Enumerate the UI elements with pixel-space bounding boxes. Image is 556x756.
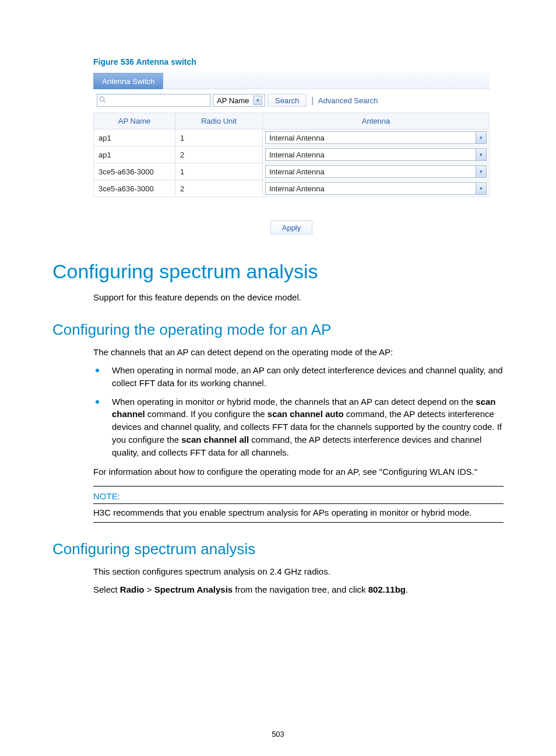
text: . [406, 584, 408, 594]
text: Select [93, 584, 120, 594]
search-button[interactable]: Search [268, 94, 307, 107]
advanced-search-link[interactable]: Advanced Search [318, 96, 378, 105]
antenna-select[interactable]: Internal Antenna ▾ [265, 182, 487, 195]
table-row: ap1 2 Internal Antenna ▾ [94, 146, 490, 163]
search-field-value: AP Name [217, 96, 249, 105]
antenna-select[interactable]: Internal Antenna ▾ [265, 131, 487, 144]
search-bar: AP Name ▾ Search | Advanced Search [93, 89, 490, 113]
h2-operating-mode: Configuring the operating mode for an AP [52, 321, 504, 339]
bold: Radio [120, 584, 145, 594]
h1-configuring-spectrum: Configuring spectrum analysis [52, 260, 504, 283]
table-row: 3ce5-a636-3000 1 Internal Antenna ▾ [94, 163, 490, 180]
page-number: 503 [0, 730, 556, 738]
text: > [145, 584, 154, 594]
chevron-down-icon: ▾ [476, 149, 486, 160]
search-input[interactable] [97, 94, 210, 107]
chevron-down-icon: ▾ [253, 96, 262, 105]
antenna-table: AP Name Radio Unit Antenna ap1 1 Interna… [93, 113, 490, 197]
table-row: 3ce5-a636-3000 2 Internal Antenna ▾ [94, 180, 490, 197]
bold: scan channel auto [268, 409, 344, 419]
chevron-down-icon: ▾ [476, 183, 486, 194]
search-icon [98, 96, 107, 104]
cell-ap: ap1 [94, 130, 175, 146]
channels-intro: The channels that an AP can detect depen… [93, 346, 504, 358]
chevron-down-icon: ▾ [476, 166, 486, 177]
cell-radio: 1 [175, 130, 263, 146]
figure-caption: Figure 536 Antenna switch [93, 57, 504, 66]
cell-ap: ap1 [94, 146, 175, 163]
table-row: ap1 1 Internal Antenna ▾ [94, 130, 490, 146]
antenna-value: Internal Antenna [266, 149, 476, 160]
th-ap-name: AP Name [94, 113, 175, 130]
text: command. If you configure the [145, 409, 268, 419]
antenna-select[interactable]: Internal Antenna ▾ [265, 165, 487, 178]
text: When operating in monitor or hybrid mode… [112, 397, 476, 407]
h2-configuring-spectrum-sub: Configuring spectrum analysis [52, 540, 504, 558]
cell-ap: 3ce5-a636-3000 [94, 180, 175, 197]
text: from the navigation tree, and click [233, 584, 368, 594]
support-paragraph: Support for this feature depends on the … [93, 291, 504, 303]
list-item: When operating in normal mode, an AP can… [93, 364, 504, 390]
bold: scan channel all [181, 435, 249, 444]
cell-radio: 2 [175, 146, 263, 163]
section-intro: This section configures spectrum analysi… [93, 565, 504, 578]
note-divider [93, 503, 504, 504]
bold: 802.11bg [368, 584, 406, 594]
svg-line-1 [104, 101, 106, 103]
separator: | [309, 96, 316, 105]
antenna-switch-panel: Antenna Switch AP Name ▾ Search | Advanc… [93, 72, 490, 235]
tab-antenna-switch[interactable]: Antenna Switch [93, 73, 163, 89]
antenna-value: Internal Antenna [266, 166, 476, 177]
th-antenna: Antenna [263, 113, 490, 130]
list-item: When operating in monitor or hybrid mode… [93, 396, 504, 459]
note-body: H3C recommends that you enable spectrum … [93, 508, 504, 517]
antenna-select[interactable]: Internal Antenna ▾ [265, 148, 487, 161]
mode-list: When operating in normal mode, an AP can… [93, 364, 504, 459]
cell-radio: 2 [175, 180, 263, 197]
note-title: NOTE: [93, 491, 504, 501]
antenna-value: Internal Antenna [266, 132, 476, 144]
svg-point-0 [100, 97, 104, 102]
note-box: NOTE: H3C recommends that you enable spe… [93, 486, 504, 523]
nav-instruction: Select Radio > Spectrum Analysis from th… [93, 583, 504, 596]
chevron-down-icon: ▾ [476, 132, 486, 144]
cell-ap: 3ce5-a636-3000 [94, 163, 175, 180]
bold: Spectrum Analysis [154, 584, 233, 594]
antenna-value: Internal Antenna [266, 183, 476, 194]
apply-button[interactable]: Apply [270, 220, 312, 235]
cell-radio: 1 [175, 163, 263, 180]
th-radio-unit: Radio Unit [175, 113, 263, 130]
tab-bar: Antenna Switch [93, 72, 490, 89]
search-field-select[interactable]: AP Name ▾ [213, 94, 265, 107]
see-wlan-ids: For information about how to configure t… [93, 466, 504, 478]
